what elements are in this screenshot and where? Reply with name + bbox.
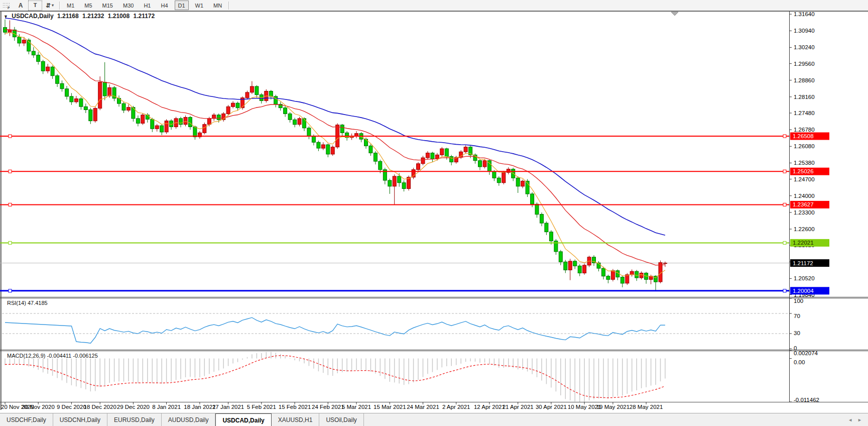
candle-body <box>573 261 577 266</box>
date-tick-label: 15 Mar 2021 <box>374 404 406 410</box>
hline-handle[interactable] <box>9 241 12 244</box>
date-tick-label: 24 Feb 2021 <box>312 404 344 410</box>
candle-body <box>141 115 145 124</box>
candle-body <box>293 120 297 125</box>
hline-handle[interactable] <box>9 170 12 173</box>
date-tick-label: 5 Feb 2021 <box>247 404 276 410</box>
candle-body <box>431 153 434 159</box>
tab-scroll-right-icon[interactable]: ► <box>857 417 862 422</box>
candle-body <box>393 176 396 186</box>
candle-body <box>231 103 235 106</box>
hline-handle[interactable] <box>783 289 786 292</box>
candle-body <box>611 271 614 280</box>
hline-handle[interactable] <box>9 289 12 292</box>
ma-fast-line <box>5 33 665 278</box>
tab-usoil-daily[interactable]: USOil,Daily <box>319 413 363 426</box>
hline-handle[interactable] <box>783 170 786 173</box>
candle-body <box>245 92 249 98</box>
candle-body <box>531 194 534 204</box>
rsi-axis-label: 30 <box>794 330 800 336</box>
candle-body <box>217 115 220 120</box>
tab-scroll-buttons: ◄ ► <box>842 413 868 426</box>
candle-body <box>298 119 301 125</box>
chart-area[interactable]: 1.316401.309401.302401.295601.288601.281… <box>0 0 868 413</box>
candle-body <box>559 252 562 262</box>
date-tick-label: 30 Apr 2021 <box>536 404 567 410</box>
candle-body <box>483 161 486 167</box>
macd-signal-line <box>5 356 665 398</box>
candle-body <box>122 103 126 110</box>
candle-body <box>179 119 183 125</box>
candle-body <box>663 263 667 264</box>
date-tick-label: 2 Apr 2021 <box>442 404 470 410</box>
candle-body <box>160 126 164 132</box>
ma-mid-line <box>5 30 665 265</box>
hline-handle[interactable] <box>783 203 786 206</box>
candle-body <box>41 61 45 71</box>
price-tick-label: 1.28160 <box>794 94 815 100</box>
svg-text:1.23627: 1.23627 <box>793 201 814 207</box>
candle-body <box>331 147 334 154</box>
hline-handle[interactable] <box>9 203 12 206</box>
tab-eurusd-daily[interactable]: EURUSD,Daily <box>107 413 162 426</box>
candle-body <box>98 82 102 109</box>
svg-text:1.26508: 1.26508 <box>793 133 814 139</box>
candle-body <box>402 183 406 189</box>
tab-scroll-left-icon[interactable]: ◄ <box>848 417 852 422</box>
candle-body <box>545 223 548 232</box>
tab-usdcnh-daily[interactable]: USDCNH,Daily <box>53 413 107 426</box>
candle-body <box>606 276 610 280</box>
candle-body <box>184 118 187 125</box>
candle-body <box>303 119 306 128</box>
rsi-axis-label: 100 <box>794 298 803 304</box>
date-tick-label: 18 Jan 2021 <box>184 404 215 410</box>
chart-svg[interactable]: 1.316401.309401.302401.295601.288601.281… <box>0 0 868 413</box>
candle-body <box>326 145 330 154</box>
hline-handle[interactable] <box>783 135 786 138</box>
chart-tabbar: USDCHF,DailyUSDCNH,DailyEURUSD,DailyAUDU… <box>0 413 868 426</box>
tab-audusd-daily[interactable]: AUDUSD,Daily <box>162 413 216 426</box>
tab-usdchf-daily[interactable]: USDCHF,Daily <box>0 413 53 426</box>
date-tick-label: 12 Apr 2021 <box>474 404 505 410</box>
candle-body <box>464 147 467 152</box>
price-tick-label: 1.24700 <box>794 176 815 182</box>
candle-body <box>8 30 12 32</box>
candle-body <box>564 262 567 270</box>
candle-body <box>236 103 239 108</box>
price-tick-label: 1.30940 <box>794 28 815 34</box>
rsi-line <box>5 317 665 343</box>
candle-body <box>60 83 64 88</box>
price-tick-label: 1.31640 <box>794 11 815 17</box>
price-tick-label: 1.24000 <box>794 193 815 199</box>
date-axis[interactable]: 20 Nov 202030 Nov 20209 Dec 202018 Dec 2… <box>1 402 663 410</box>
candle-body <box>18 37 21 43</box>
tab-usdcad-daily[interactable]: USDCAD,Daily <box>215 413 271 426</box>
hline-handle[interactable] <box>783 241 786 244</box>
chart-shift-marker-icon[interactable] <box>671 12 678 16</box>
price-tick-label: 1.26780 <box>794 127 815 133</box>
price-tick-label: 1.25380 <box>794 160 815 166</box>
price-tick-label: 1.26080 <box>794 143 815 149</box>
date-tick-label: 18 Dec 2020 <box>84 404 116 410</box>
candle-body <box>521 181 525 186</box>
svg-text:1.20004: 1.20004 <box>793 288 814 294</box>
date-tick-label: 30 Nov 2020 <box>22 404 55 410</box>
tab-xauusd-h1[interactable]: XAUUSD,H1 <box>272 413 320 426</box>
price-tick-label: 1.30240 <box>794 44 815 50</box>
candle-body <box>155 126 159 129</box>
current-price-label: 1.21172 <box>790 259 829 267</box>
candle-body <box>340 125 344 133</box>
price-axis[interactable]: 1.316401.309401.302401.295601.288601.281… <box>789 11 815 297</box>
candle-body <box>74 99 78 102</box>
price-tick-label: 1.23300 <box>794 209 815 216</box>
candle-body <box>516 178 520 186</box>
macd-pane: 0.0020740.00-0.011462 <box>5 350 819 403</box>
candle-body <box>317 142 320 148</box>
svg-text:1.25026: 1.25026 <box>793 168 814 174</box>
candle-body <box>549 232 553 241</box>
date-tick-label: 15 Feb 2021 <box>279 404 311 410</box>
chart-tabs: USDCHF,DailyUSDCNH,DailyEURUSD,DailyAUDU… <box>0 413 364 426</box>
date-tick-label: 24 Mar 2021 <box>407 404 439 410</box>
hline-handle[interactable] <box>9 135 12 138</box>
candle-body <box>79 99 83 107</box>
